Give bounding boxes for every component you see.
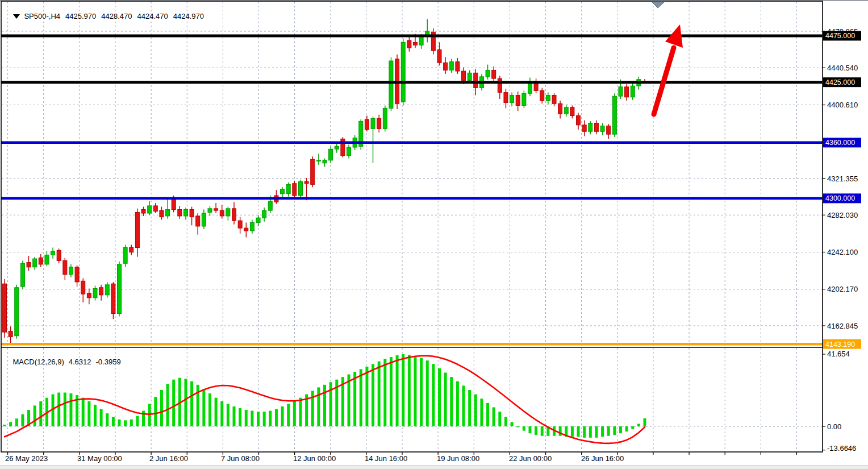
symbol-period-label: SP500-,H4 xyxy=(24,12,60,20)
macd-signal-value: -0.3959 xyxy=(96,358,121,366)
svg-text:22 Jun 00:00: 22 Jun 00:00 xyxy=(509,454,552,463)
svg-text:31 May 00:00: 31 May 00:00 xyxy=(77,454,122,463)
svg-text:-13.6646: -13.6646 xyxy=(827,444,856,453)
chart-frame xyxy=(1,1,823,452)
ohlc-high: 4428.470 xyxy=(101,12,132,20)
svg-text:14 Jun 16:00: 14 Jun 16:00 xyxy=(365,454,407,463)
svg-text:4242.100: 4242.100 xyxy=(827,248,858,256)
svg-text:4475.000: 4475.000 xyxy=(825,32,855,40)
annotations-layer[interactable] xyxy=(652,2,683,114)
price-axis[interactable]: 4479.8654440.5404400.6104321.3554282.030… xyxy=(823,27,861,453)
svg-text:7 Jun 08:00: 7 Jun 08:00 xyxy=(221,454,260,463)
ohlc-close: 4424.970 xyxy=(173,12,204,20)
macd-indicator-label: MACD(12,26,9)4.6312-0.3959 xyxy=(5,349,121,375)
svg-text:0.00: 0.00 xyxy=(827,422,841,431)
svg-text:4143.190: 4143.190 xyxy=(825,341,855,348)
svg-text:26 May 2023: 26 May 2023 xyxy=(5,454,48,463)
svg-text:4282.030: 4282.030 xyxy=(827,211,858,219)
svg-text:4300.000: 4300.000 xyxy=(825,194,855,202)
svg-text:4360.000: 4360.000 xyxy=(825,139,855,147)
time-axis[interactable]: 26 May 202331 May 00:002 Jun 16:007 Jun … xyxy=(5,452,796,463)
ohlc-open: 4425.970 xyxy=(65,12,96,20)
price-chart-canvas[interactable]: 4479.8654440.5404400.6104321.3554282.030… xyxy=(0,0,868,469)
svg-text:4321.355: 4321.355 xyxy=(827,175,858,183)
svg-text:19 Jun 08:00: 19 Jun 08:00 xyxy=(437,454,479,463)
svg-text:12 Jun 00:00: 12 Jun 00:00 xyxy=(293,454,336,463)
grid-lines xyxy=(2,2,822,451)
svg-text:4440.540: 4440.540 xyxy=(827,64,858,72)
mt4-chart-window: SP500-,H44425.9704428.4704424.4704424.97… xyxy=(0,0,868,469)
svg-text:41.654: 41.654 xyxy=(827,350,850,358)
ohlc-low: 4424.470 xyxy=(137,12,168,20)
svg-text:26 Jun 16:00: 26 Jun 16:00 xyxy=(581,454,624,463)
horizontal-level-lines[interactable] xyxy=(1,36,823,344)
svg-text:4202.170: 4202.170 xyxy=(827,285,858,293)
chart-title-bar: SP500-,H44425.9704428.4704424.4704424.97… xyxy=(5,3,209,29)
svg-text:4400.610: 4400.610 xyxy=(827,101,858,109)
symbol-dropdown-icon[interactable] xyxy=(13,14,20,19)
macd-main-value: 4.6312 xyxy=(69,358,91,366)
macd-name: MACD(12,26,9) xyxy=(12,358,64,366)
svg-text:4425.000: 4425.000 xyxy=(825,78,855,86)
window-bottom-edge xyxy=(0,465,868,469)
svg-text:2 Jun 16:00: 2 Jun 16:00 xyxy=(149,454,188,463)
svg-text:4162.845: 4162.845 xyxy=(827,322,858,330)
